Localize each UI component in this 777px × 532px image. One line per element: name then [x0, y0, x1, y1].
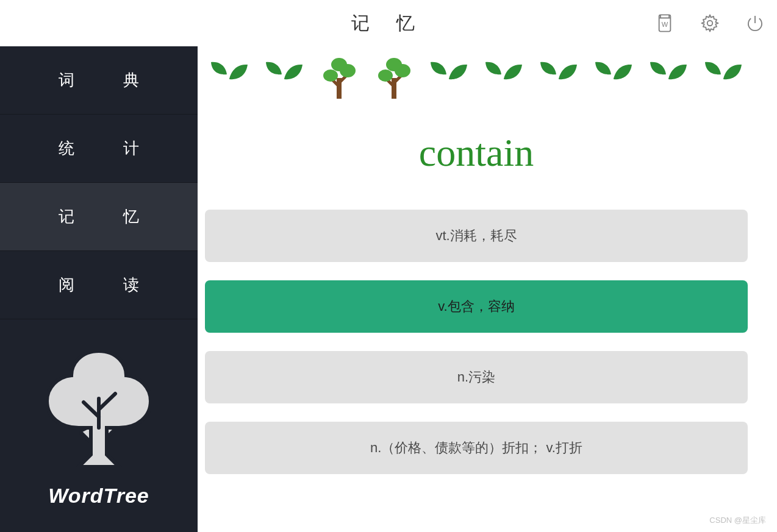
answer-option-2[interactable]: n.污染 — [205, 351, 748, 403]
svg-point-7 — [378, 69, 393, 82]
tree-logo-icon — [47, 351, 151, 469]
sidebar-nav: 词 典 统 计 记 忆 阅 读 — [0, 46, 198, 319]
progress-sprout-icon — [479, 54, 528, 102]
svg-point-3 — [323, 69, 338, 82]
svg-point-9 — [386, 58, 402, 71]
answers-list: vt.消耗，耗尽v.包含，容纳n.污染n.（价格、债款等的）折扣； v.打折 — [205, 210, 748, 474]
answer-option-1[interactable]: v.包含，容纳 — [205, 280, 748, 333]
header-actions: W — [653, 0, 767, 46]
app-header: 记 忆 W — [0, 0, 777, 46]
progress-sprout-icon — [699, 54, 748, 102]
progress-sprout-icon — [260, 54, 309, 102]
watermark: CSDN @星尘库 — [709, 515, 766, 526]
svg-point-1 — [707, 21, 713, 26]
progress-sprout-icon — [534, 54, 583, 102]
brand-name: WordTree — [48, 484, 149, 508]
svg-point-5 — [331, 58, 347, 71]
sidebar-item-statistics[interactable]: 统 计 — [0, 115, 198, 183]
progress-tree-icon — [315, 54, 363, 102]
progress-sprout-icon — [644, 54, 693, 102]
page-title: 记 忆 — [351, 11, 426, 36]
answer-option-3[interactable]: n.（价格、债款等的）折扣； v.打折 — [205, 422, 748, 474]
sidebar-item-memorize[interactable]: 记 忆 — [0, 183, 198, 251]
progress-tree-icon — [370, 54, 418, 102]
answer-option-0[interactable]: vt.消耗，耗尽 — [205, 210, 748, 262]
main-content: contain vt.消耗，耗尽v.包含，容纳n.污染n.（价格、债款等的）折扣… — [198, 46, 777, 532]
power-icon[interactable] — [743, 11, 767, 35]
progress-sprout-icon — [205, 54, 254, 102]
archive-icon[interactable]: W — [653, 11, 677, 35]
sidebar-item-dictionary[interactable]: 词 典 — [0, 46, 198, 115]
svg-text:W: W — [662, 21, 668, 28]
settings-icon[interactable] — [698, 11, 722, 35]
sidebar: 词 典 统 计 记 忆 阅 读 WordTree — [0, 46, 198, 532]
sidebar-item-reading[interactable]: 阅 读 — [0, 251, 198, 319]
brand: WordTree — [0, 319, 198, 532]
progress-indicator — [205, 54, 748, 102]
progress-sprout-icon — [589, 54, 638, 102]
quiz-word: contain — [205, 130, 748, 176]
progress-sprout-icon — [424, 54, 473, 102]
